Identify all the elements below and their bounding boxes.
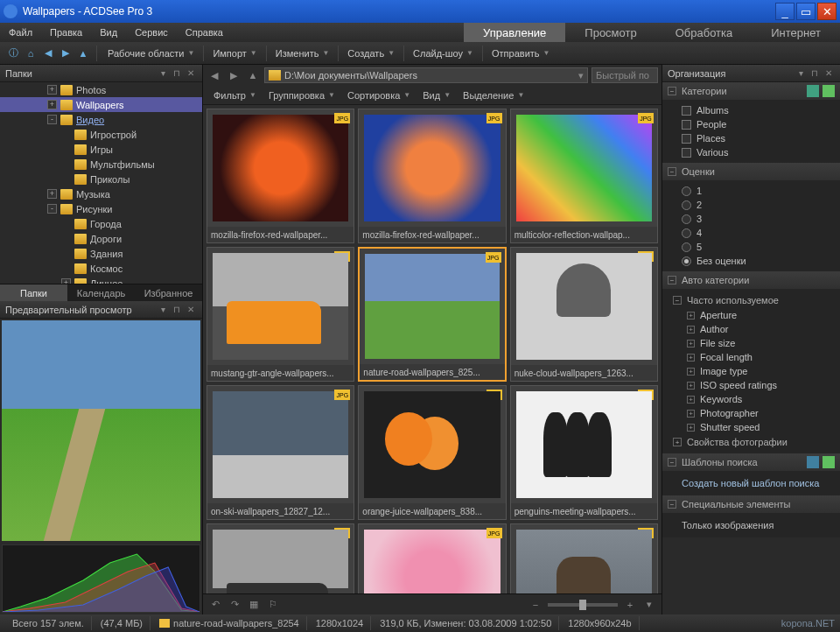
toolbar-3[interactable]: Создать▼ bbox=[342, 48, 400, 59]
mode-tab-0[interactable]: Управление bbox=[464, 23, 565, 42]
tree-row[interactable]: Игры bbox=[0, 142, 202, 157]
rotate-right-icon[interactable]: ↷ bbox=[228, 598, 242, 612]
maximize-button[interactable]: ▭ bbox=[796, 3, 816, 20]
checkbox[interactable] bbox=[682, 120, 691, 130]
filter-0[interactable]: Фильтр▼ bbox=[208, 90, 262, 101]
only-images-row[interactable]: Только изображения bbox=[662, 516, 840, 534]
toolbar-2[interactable]: Изменить▼ bbox=[270, 48, 335, 59]
toolbar-0[interactable]: Рабочие области▼ bbox=[102, 48, 200, 59]
left-tab-0[interactable]: Папки bbox=[0, 284, 67, 301]
rating-row[interactable]: 1 bbox=[662, 184, 840, 198]
up-icon[interactable]: ▲ bbox=[75, 46, 91, 61]
panel-close-icon[interactable]: ✕ bbox=[822, 67, 835, 80]
filter-2[interactable]: Сортировка▼ bbox=[342, 90, 416, 101]
tree-row[interactable]: Города bbox=[0, 216, 202, 231]
path-back-icon[interactable]: ◀ bbox=[206, 67, 222, 83]
tree-row[interactable]: Здания bbox=[0, 246, 202, 261]
thumb-size-slider[interactable] bbox=[548, 603, 618, 607]
close-button[interactable]: ✕ bbox=[817, 3, 836, 20]
back-icon[interactable]: ◀ bbox=[40, 46, 56, 61]
minimize-button[interactable]: _ bbox=[775, 3, 794, 20]
thumbnail[interactable]: JPGpenguins-meeting-wallpapers... bbox=[510, 385, 658, 520]
add-category-icon[interactable] bbox=[822, 85, 835, 97]
rotate-left-icon[interactable]: ↶ bbox=[208, 598, 222, 612]
property-row[interactable]: +File size bbox=[662, 336, 840, 350]
left-tab-2[interactable]: Избранное bbox=[135, 284, 202, 301]
tree-row[interactable]: +Личное bbox=[0, 276, 202, 284]
panel-pin-icon[interactable]: ⊓ bbox=[171, 67, 183, 80]
thumbnail[interactable]: JPGorange-juice-wallpapers_838... bbox=[358, 385, 506, 520]
ratings-header[interactable]: −Оценки bbox=[662, 163, 840, 180]
special-elements-header[interactable]: −Специальные элементы bbox=[662, 495, 840, 513]
mode-tab-3[interactable]: Интернет bbox=[752, 23, 840, 42]
radio[interactable] bbox=[682, 200, 691, 210]
home-icon[interactable]: ⌂ bbox=[23, 46, 38, 61]
panel-pin-icon[interactable]: ⊓ bbox=[171, 304, 183, 316]
search-icon[interactable] bbox=[807, 456, 819, 468]
tree-row[interactable]: -Рисунки bbox=[0, 201, 202, 216]
path-field[interactable]: D:\Мои документы\Wallpapers ▾ bbox=[264, 67, 588, 83]
tree-row[interactable]: Дороги bbox=[0, 231, 202, 246]
mode-tab-2[interactable]: Обработка bbox=[656, 23, 752, 42]
thumbnail[interactable]: JPGnature-road-wallpapers_825... bbox=[358, 247, 506, 382]
forward-icon[interactable]: ▶ bbox=[58, 46, 74, 61]
book-icon[interactable] bbox=[807, 85, 819, 97]
tree-row[interactable]: Приколы bbox=[0, 172, 202, 186]
categories-header[interactable]: −Категории bbox=[662, 82, 840, 100]
rating-row[interactable]: 3 bbox=[662, 212, 840, 226]
thumbnail[interactable]: JPGnuke-cloud-wallpapers_1263... bbox=[510, 247, 658, 382]
panel-menu-icon[interactable]: ▾ bbox=[157, 67, 169, 80]
thumbnail[interactable]: JPGmozilla-firefox-red-wallpaper... bbox=[358, 109, 506, 243]
tree-row[interactable]: Космос bbox=[0, 261, 202, 276]
tree-row[interactable]: Мультфильмы bbox=[0, 157, 202, 172]
category-row[interactable]: Various bbox=[662, 145, 840, 159]
property-row[interactable]: +Keywords bbox=[662, 392, 840, 406]
rating-row[interactable]: 5 bbox=[662, 240, 840, 254]
tree-row[interactable]: +Photos bbox=[0, 82, 202, 97]
path-fwd-icon[interactable]: ▶ bbox=[226, 67, 242, 83]
rating-row[interactable]: Без оценки bbox=[662, 254, 840, 268]
toolbar-5[interactable]: Отправить▼ bbox=[486, 48, 555, 59]
filter-3[interactable]: Вид▼ bbox=[417, 90, 456, 101]
category-row[interactable]: People bbox=[662, 117, 840, 131]
category-row[interactable]: Places bbox=[662, 131, 840, 145]
mode-tab-1[interactable]: Просмотр bbox=[565, 23, 655, 42]
zoom-out-icon[interactable]: − bbox=[528, 598, 542, 612]
radio[interactable] bbox=[682, 228, 691, 238]
panel-menu-icon[interactable]: ▾ bbox=[157, 304, 169, 316]
layout-icon[interactable]: ▦ bbox=[247, 598, 261, 612]
property-row[interactable]: +Image type bbox=[662, 364, 840, 378]
new-search-template-link[interactable]: Создать новый шаблон поиска bbox=[662, 474, 840, 492]
menu-файл[interactable]: Файл bbox=[0, 23, 41, 42]
thumbnail[interactable]: JPGproud-hornbill-wallpapers_11... bbox=[510, 523, 658, 593]
rating-row[interactable]: 4 bbox=[662, 226, 840, 240]
property-row[interactable]: +Aperture bbox=[662, 308, 840, 322]
photo-props-header[interactable]: +Свойства фотографии bbox=[662, 434, 840, 450]
quick-search[interactable]: Быстрый по bbox=[592, 67, 658, 83]
panel-pin-icon[interactable]: ⊓ bbox=[808, 67, 821, 80]
toolbar-4[interactable]: Слайд-шоу▼ bbox=[408, 48, 479, 59]
panel-close-icon[interactable]: ✕ bbox=[185, 304, 197, 316]
category-row[interactable]: Albums bbox=[662, 103, 840, 117]
thumbnail[interactable]: JPGmustang-gtr-angle-wallpapers... bbox=[206, 247, 354, 382]
panel-menu-icon[interactable]: ▾ bbox=[794, 67, 807, 80]
thumbnail[interactable]: JPGmozilla-firefox-red-wallpaper... bbox=[206, 109, 354, 243]
thumbnail-grid[interactable]: JPGmozilla-firefox-red-wallpaper...JPGmo… bbox=[203, 105, 662, 593]
filter-4[interactable]: Выделение▼ bbox=[458, 90, 529, 101]
search-templates-header[interactable]: −Шаблоны поиска bbox=[662, 453, 840, 471]
left-tab-1[interactable]: Календарь bbox=[67, 284, 135, 301]
thumbnail[interactable]: JPGmulticolor-reflection-wallpap... bbox=[510, 109, 658, 243]
property-row[interactable]: +ISO speed ratings bbox=[662, 378, 840, 392]
rating-row[interactable]: 2 bbox=[662, 198, 840, 212]
radio[interactable] bbox=[682, 214, 691, 224]
tree-row[interactable]: -Видео bbox=[0, 112, 202, 127]
thumbnail[interactable]: JPGphanton-coupe-front-wallpap... bbox=[206, 523, 354, 593]
zoom-in-icon[interactable]: + bbox=[623, 598, 637, 612]
folder-tree[interactable]: +Photos+Wallpapers-ВидеоИгростройИгрыМул… bbox=[0, 82, 202, 284]
checkbox[interactable] bbox=[682, 148, 691, 158]
radio[interactable] bbox=[682, 242, 691, 252]
view-mode-icon[interactable]: ▾ bbox=[642, 598, 656, 612]
checkbox[interactable] bbox=[682, 134, 691, 144]
filter-1[interactable]: Группировка▼ bbox=[263, 90, 340, 101]
toolbar-1[interactable]: Импорт▼ bbox=[207, 48, 262, 59]
